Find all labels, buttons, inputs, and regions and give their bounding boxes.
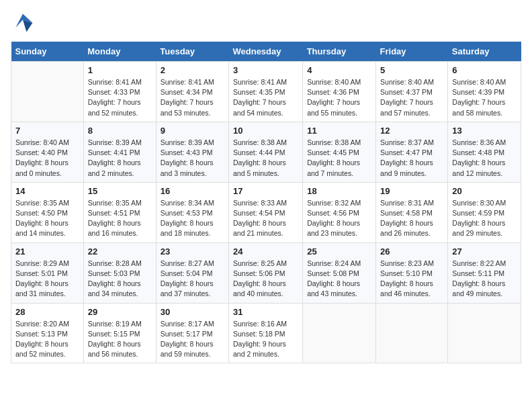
calendar-day-cell: 20Sunrise: 8:30 AMSunset: 4:59 PMDayligh… [448, 182, 521, 242]
calendar-day-cell: 17Sunrise: 8:33 AMSunset: 4:54 PMDayligh… [228, 182, 302, 242]
day-number: 12 [380, 126, 443, 136]
calendar-week-row: 14Sunrise: 8:35 AMSunset: 4:50 PMDayligh… [11, 182, 521, 242]
logo-icon [11, 11, 35, 35]
calendar-day-cell: 18Sunrise: 8:32 AMSunset: 4:56 PMDayligh… [303, 182, 376, 242]
day-number: 27 [452, 246, 517, 257]
calendar-week-row: 1Sunrise: 8:41 AMSunset: 4:33 PMDaylight… [11, 62, 521, 122]
calendar-day-cell: 24Sunrise: 8:25 AMSunset: 5:06 PMDayligh… [228, 242, 302, 303]
weekday-header-cell: Friday [376, 42, 448, 62]
weekday-header-cell: Wednesday [228, 42, 302, 62]
day-info: Sunrise: 8:22 AMSunset: 5:11 PMDaylight:… [452, 259, 517, 300]
weekday-header-cell: Thursday [303, 42, 376, 62]
day-number: 30 [161, 307, 224, 317]
day-info: Sunrise: 8:40 AMSunset: 4:37 PMDaylight:… [380, 77, 443, 118]
day-number: 13 [452, 126, 517, 136]
calendar-week-row: 28Sunrise: 8:20 AMSunset: 5:13 PMDayligh… [11, 303, 521, 363]
weekday-header-cell: Monday [83, 42, 156, 62]
day-info: Sunrise: 8:40 AMSunset: 4:40 PMDaylight:… [15, 138, 79, 179]
day-number: 3 [233, 65, 298, 75]
calendar-day-cell: 28Sunrise: 8:20 AMSunset: 5:13 PMDayligh… [11, 303, 84, 363]
weekday-header-row: SundayMondayTuesdayWednesdayThursdayFrid… [11, 42, 521, 62]
day-info: Sunrise: 8:35 AMSunset: 4:51 PMDaylight:… [88, 198, 152, 239]
day-number: 20 [452, 186, 517, 196]
day-number: 6 [452, 65, 517, 75]
day-info: Sunrise: 8:39 AMSunset: 4:41 PMDaylight:… [88, 138, 152, 179]
day-info: Sunrise: 8:20 AMSunset: 5:13 PMDaylight:… [15, 319, 79, 360]
day-info: Sunrise: 8:17 AMSunset: 5:17 PMDaylight:… [161, 319, 224, 360]
weekday-header-cell: Tuesday [156, 42, 228, 62]
day-number: 9 [161, 126, 224, 136]
day-number: 10 [233, 126, 298, 136]
day-number: 21 [15, 246, 79, 257]
logo [11, 11, 38, 35]
day-info: Sunrise: 8:41 AMSunset: 4:33 PMDaylight:… [88, 77, 152, 118]
calendar-day-cell [303, 303, 376, 363]
calendar-day-cell: 19Sunrise: 8:31 AMSunset: 4:58 PMDayligh… [376, 182, 448, 242]
calendar-day-cell: 5Sunrise: 8:40 AMSunset: 4:37 PMDaylight… [376, 62, 448, 122]
day-info: Sunrise: 8:35 AMSunset: 4:50 PMDaylight:… [15, 198, 79, 239]
page-header [11, 11, 521, 35]
day-info: Sunrise: 8:19 AMSunset: 5:15 PMDaylight:… [88, 319, 152, 360]
day-info: Sunrise: 8:31 AMSunset: 4:58 PMDaylight:… [380, 198, 443, 239]
day-number: 22 [88, 246, 152, 257]
calendar-day-cell: 23Sunrise: 8:27 AMSunset: 5:04 PMDayligh… [156, 242, 228, 303]
calendar-day-cell: 14Sunrise: 8:35 AMSunset: 4:50 PMDayligh… [11, 182, 84, 242]
calendar-day-cell: 3Sunrise: 8:41 AMSunset: 4:35 PMDaylight… [228, 62, 302, 122]
day-number: 14 [15, 186, 79, 196]
day-number: 28 [15, 307, 79, 317]
day-info: Sunrise: 8:24 AMSunset: 5:08 PMDaylight:… [307, 259, 371, 300]
day-info: Sunrise: 8:16 AMSunset: 5:18 PMDaylight:… [233, 319, 298, 360]
day-number: 26 [380, 246, 443, 257]
calendar-day-cell [11, 62, 84, 122]
calendar-day-cell: 10Sunrise: 8:38 AMSunset: 4:44 PMDayligh… [228, 122, 302, 182]
calendar-day-cell [376, 303, 448, 363]
day-info: Sunrise: 8:38 AMSunset: 4:45 PMDaylight:… [307, 138, 371, 179]
day-info: Sunrise: 8:34 AMSunset: 4:53 PMDaylight:… [161, 198, 224, 239]
calendar-day-cell: 8Sunrise: 8:39 AMSunset: 4:41 PMDaylight… [83, 122, 156, 182]
day-info: Sunrise: 8:39 AMSunset: 4:43 PMDaylight:… [161, 138, 224, 179]
calendar-day-cell: 12Sunrise: 8:37 AMSunset: 4:47 PMDayligh… [376, 122, 448, 182]
calendar-day-cell: 15Sunrise: 8:35 AMSunset: 4:51 PMDayligh… [83, 182, 156, 242]
calendar-day-cell: 27Sunrise: 8:22 AMSunset: 5:11 PMDayligh… [448, 242, 521, 303]
calendar-day-cell: 1Sunrise: 8:41 AMSunset: 4:33 PMDaylight… [83, 62, 156, 122]
day-info: Sunrise: 8:23 AMSunset: 5:10 PMDaylight:… [380, 259, 443, 300]
calendar-day-cell: 13Sunrise: 8:36 AMSunset: 4:48 PMDayligh… [448, 122, 521, 182]
day-number: 29 [88, 307, 152, 317]
day-info: Sunrise: 8:41 AMSunset: 4:35 PMDaylight:… [233, 77, 298, 118]
calendar-day-cell: 9Sunrise: 8:39 AMSunset: 4:43 PMDaylight… [156, 122, 228, 182]
calendar-day-cell: 2Sunrise: 8:41 AMSunset: 4:34 PMDaylight… [156, 62, 228, 122]
day-info: Sunrise: 8:36 AMSunset: 4:48 PMDaylight:… [452, 138, 517, 179]
calendar-day-cell: 11Sunrise: 8:38 AMSunset: 4:45 PMDayligh… [303, 122, 376, 182]
day-number: 18 [307, 186, 371, 196]
calendar-day-cell: 4Sunrise: 8:40 AMSunset: 4:36 PMDaylight… [303, 62, 376, 122]
day-info: Sunrise: 8:27 AMSunset: 5:04 PMDaylight:… [161, 259, 224, 300]
day-info: Sunrise: 8:32 AMSunset: 4:56 PMDaylight:… [307, 198, 371, 239]
calendar-day-cell [448, 303, 521, 363]
day-number: 15 [88, 186, 152, 196]
calendar-day-cell: 7Sunrise: 8:40 AMSunset: 4:40 PMDaylight… [11, 122, 84, 182]
day-info: Sunrise: 8:25 AMSunset: 5:06 PMDaylight:… [233, 259, 298, 300]
calendar-day-cell: 29Sunrise: 8:19 AMSunset: 5:15 PMDayligh… [83, 303, 156, 363]
calendar-day-cell: 26Sunrise: 8:23 AMSunset: 5:10 PMDayligh… [376, 242, 448, 303]
calendar-week-row: 21Sunrise: 8:29 AMSunset: 5:01 PMDayligh… [11, 242, 521, 303]
calendar-day-cell: 16Sunrise: 8:34 AMSunset: 4:53 PMDayligh… [156, 182, 228, 242]
day-info: Sunrise: 8:33 AMSunset: 4:54 PMDaylight:… [233, 198, 298, 239]
calendar-day-cell: 25Sunrise: 8:24 AMSunset: 5:08 PMDayligh… [303, 242, 376, 303]
day-number: 1 [88, 65, 152, 75]
day-number: 31 [233, 307, 298, 317]
day-number: 11 [307, 126, 371, 136]
day-info: Sunrise: 8:41 AMSunset: 4:34 PMDaylight:… [161, 77, 224, 118]
day-number: 4 [307, 65, 371, 75]
calendar-day-cell: 21Sunrise: 8:29 AMSunset: 5:01 PMDayligh… [11, 242, 84, 303]
day-number: 19 [380, 186, 443, 196]
day-number: 23 [161, 246, 224, 257]
day-number: 24 [233, 246, 298, 257]
weekday-header-cell: Sunday [11, 42, 84, 62]
calendar-week-row: 7Sunrise: 8:40 AMSunset: 4:40 PMDaylight… [11, 122, 521, 182]
day-info: Sunrise: 8:28 AMSunset: 5:03 PMDaylight:… [88, 259, 152, 300]
weekday-header-cell: Saturday [448, 42, 521, 62]
day-number: 16 [161, 186, 224, 196]
day-number: 17 [233, 186, 298, 196]
day-info: Sunrise: 8:40 AMSunset: 4:39 PMDaylight:… [452, 77, 517, 118]
calendar-table: SundayMondayTuesdayWednesdayThursdayFrid… [11, 42, 521, 363]
